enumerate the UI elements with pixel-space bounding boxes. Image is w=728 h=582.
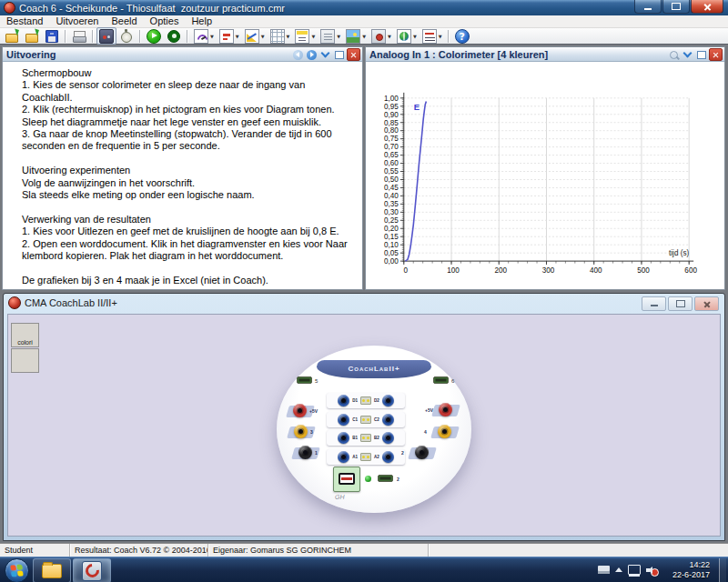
dropdown-arrow-icon[interactable]: ▼ — [287, 34, 290, 39]
coachlab-device-image: CoachLabII+56D1D2C1C2B1B2A1A2+5V31+5V422… — [277, 346, 471, 513]
picture-button[interactable]: ▼ — [343, 27, 369, 45]
sensor-palette-slot-colorimeter[interactable]: colori — [11, 323, 39, 347]
start-measurement-button[interactable] — [144, 27, 164, 45]
save-button[interactable] — [42, 27, 62, 45]
maximize-button[interactable] — [662, 0, 690, 14]
taskbar-explorer-button[interactable] — [33, 558, 71, 582]
dropdown-arrow-icon[interactable]: ▼ — [439, 34, 442, 39]
volume-muted-icon[interactable] — [646, 566, 657, 575]
svg-text:0,60: 0,60 — [384, 159, 399, 167]
panel-maximize-button[interactable] — [333, 49, 345, 61]
dropdown-arrow-icon[interactable]: ▼ — [261, 34, 265, 39]
toolbar-separator — [92, 30, 94, 43]
open-activity-button[interactable] — [2, 27, 22, 45]
panel-close-button[interactable] — [347, 48, 360, 61]
svg-text:0,25: 0,25 — [384, 216, 399, 225]
menu-beeld[interactable]: Beeld — [105, 15, 143, 27]
workspace: Uitvoering Schermopbouw 1. Kies de senso… — [0, 45, 728, 543]
video-button[interactable]: ▼ — [369, 27, 394, 45]
open-result-button[interactable] — [22, 27, 42, 45]
close-icon — [713, 52, 719, 58]
uitvoering-instructions-text: Schermopbouw 1. Kies de sensor colorimet… — [4, 62, 361, 288]
sensor-palette-slot-empty[interactable] — [11, 348, 39, 373]
svg-text:0,40: 0,40 — [384, 192, 399, 200]
panel-zoom-button[interactable] — [668, 49, 680, 61]
notes-button[interactable]: ▼ — [292, 27, 318, 45]
jack-label: D2 — [374, 398, 379, 403]
banana-jack — [338, 451, 349, 463]
digital-port-icon — [433, 376, 449, 384]
repeat-measurement-button[interactable] — [164, 27, 184, 45]
panel-menu-button[interactable] — [682, 49, 693, 61]
coachlab-window[interactable]: CMA CoachLab II/II+ colori CoachLabII+56… — [3, 293, 725, 541]
diagram-panel: Analoog In 1 : Colorimeter [4 kleuren] 0… — [365, 46, 725, 290]
titlebar[interactable]: Coach 6 - Scheikunde - Thiosulfaat zoutz… — [0, 0, 728, 15]
diagram-panel-header[interactable]: Analoog In 1 : Colorimeter [4 kleuren] — [366, 47, 724, 62]
nav-back-button[interactable] — [292, 49, 304, 61]
dropdown-arrow-icon[interactable]: ▼ — [413, 34, 417, 39]
svg-text:0,75: 0,75 — [384, 135, 399, 143]
web-button[interactable]: ▼ — [394, 27, 420, 45]
show-desktop-button[interactable] — [719, 558, 726, 582]
maximize-icon — [672, 3, 681, 10]
dropdown-arrow-icon[interactable]: ▼ — [311, 34, 315, 39]
taskbar-clock[interactable]: 14:22 22-6-2017 — [662, 560, 710, 580]
svg-text:E: E — [414, 102, 420, 112]
coachlab-maximize-button[interactable] — [668, 296, 693, 311]
print-button[interactable] — [69, 27, 89, 45]
windows-flag-icon — [10, 564, 23, 577]
diagram-chart-area[interactable]: 0,000,050,100,150,200,250,300,350,400,45… — [367, 62, 723, 288]
close-button[interactable] — [691, 0, 723, 14]
banana-jack — [382, 432, 394, 444]
jack-label: C2 — [374, 417, 379, 422]
nav-forward-button[interactable] — [306, 49, 318, 61]
banana-jack — [338, 395, 349, 406]
menu-help[interactable]: Help — [185, 15, 218, 27]
panel-window-button[interactable] — [96, 27, 116, 45]
program-editor-button[interactable]: ▼ — [318, 27, 343, 45]
coachlab-titlebar[interactable]: CMA CoachLab II/II+ — [4, 294, 724, 312]
arrow-right-icon — [307, 50, 317, 60]
network-icon[interactable] — [628, 565, 641, 575]
colorimeter-chart[interactable]: 0,000,050,100,150,200,250,300,350,400,45… — [367, 62, 723, 288]
start-button[interactable] — [5, 558, 29, 582]
panel-menu-button[interactable] — [319, 49, 331, 61]
digital-port-icon — [378, 475, 393, 482]
panel-buttons — [292, 48, 360, 61]
jack-label: 4 — [424, 429, 427, 435]
menu-bestand[interactable]: Bestand — [0, 15, 49, 27]
text-button[interactable]: ▼ — [420, 27, 445, 45]
notes-icon — [295, 29, 309, 44]
help-button[interactable] — [452, 27, 472, 45]
tray-expand-icon[interactable] — [615, 567, 622, 572]
folder-result-icon — [25, 29, 39, 44]
coachlab-minimize-button[interactable] — [642, 296, 666, 311]
minimize-button[interactable] — [634, 0, 662, 14]
panel-close-button[interactable] — [709, 48, 723, 61]
panel-maximize-button[interactable] — [695, 49, 707, 61]
stopwatch-icon — [119, 29, 134, 44]
input-language-icon[interactable] — [598, 566, 610, 574]
coach-logo-icon — [82, 561, 102, 581]
meter-display-button[interactable]: ▼ — [191, 27, 217, 45]
dropdown-arrow-icon[interactable]: ▼ — [362, 34, 366, 39]
diagram-icon — [245, 29, 259, 44]
value-icon — [219, 29, 234, 44]
table-display-button[interactable]: ▼ — [268, 27, 293, 45]
toolbar-separator — [187, 30, 188, 43]
coachlab-close-button[interactable] — [694, 296, 719, 311]
value-display-button[interactable]: ▼ — [217, 27, 242, 45]
menu-uitvoeren[interactable]: Uitvoeren — [49, 15, 105, 27]
measurement-settings-button[interactable] — [116, 27, 136, 45]
uitvoering-panel-header[interactable]: Uitvoering — [3, 47, 362, 62]
dropdown-arrow-icon[interactable]: ▼ — [210, 34, 214, 39]
taskbar-coach-button[interactable] — [73, 558, 111, 582]
dropdown-arrow-icon[interactable]: ▼ — [337, 34, 340, 39]
dropdown-arrow-icon[interactable]: ▼ — [236, 34, 239, 39]
dropdown-arrow-icon[interactable]: ▼ — [388, 34, 391, 39]
coachlab-window-controls — [642, 296, 719, 311]
diagram-display-button[interactable]: ▼ — [242, 27, 268, 45]
svg-text:0,35: 0,35 — [384, 200, 399, 208]
replay-icon — [167, 29, 181, 44]
menu-opties[interactable]: Opties — [144, 15, 186, 27]
